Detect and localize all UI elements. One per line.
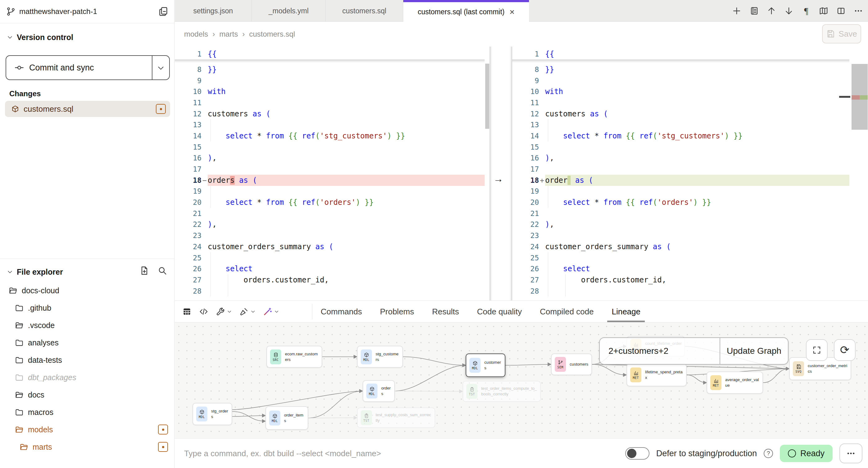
- more-options-icon[interactable]: [853, 6, 864, 16]
- lineage-node-test-order-items-compute-to-bools-correctly[interactable]: TSTtest_order_items_compute_to_bools_cor…: [463, 381, 541, 402]
- panel-tab-problems[interactable]: Problems: [380, 301, 414, 322]
- lineage-node-test-supply-costs-sum-correctly[interactable]: TSTtest_supply_costs_sum_correctly: [357, 407, 435, 428]
- cube-icon: MDL: [469, 358, 480, 373]
- code-line-23: 23: [512, 230, 849, 241]
- new-file-icon[interactable]: [140, 266, 149, 276]
- code-content: [208, 75, 485, 86]
- version-control-header[interactable]: Version control 1: [0, 29, 174, 46]
- clipboard-icon: TST: [466, 384, 477, 399]
- whitespace-pilcrow-icon[interactable]: ¶: [801, 6, 811, 16]
- panel-tab-commands[interactable]: Commands: [321, 301, 362, 322]
- node-label: lifetime_spend_pretax: [645, 369, 684, 380]
- file-tree-item-marts[interactable]: marts: [0, 438, 174, 456]
- split-editor-icon[interactable]: [836, 6, 846, 16]
- lineage-node-stg-orders[interactable]: MDLstg_orders: [192, 403, 232, 425]
- ai-fix-wand-icon[interactable]: [263, 307, 279, 316]
- lineage-node-average-order-value[interactable]: METaverage_order_value: [707, 372, 763, 394]
- file-tree-item-models[interactable]: models: [0, 421, 174, 438]
- panel-tab-lineage[interactable]: Lineage: [612, 301, 641, 322]
- code-line-22: 22),: [512, 219, 849, 230]
- file-tree-item-docs[interactable]: docs: [0, 386, 174, 403]
- panel-toolbar: [182, 301, 279, 322]
- help-icon[interactable]: ?: [764, 449, 773, 458]
- file-tree-item--vscode[interactable]: .vscode: [0, 317, 174, 334]
- lineage-node-ecom-raw-customers[interactable]: SRCecom.raw_customers: [266, 346, 322, 368]
- results-table-icon[interactable]: [182, 307, 191, 316]
- code-content: ),: [545, 153, 849, 164]
- refresh-graph-button[interactable]: ⟳: [834, 339, 856, 361]
- file-tree-item--github[interactable]: .github: [0, 299, 174, 317]
- file-tree-item-analyses[interactable]: analyses: [0, 334, 174, 351]
- tab-customers-sql[interactable]: customers.sql: [326, 0, 403, 22]
- add-tab-icon[interactable]: [732, 6, 742, 16]
- folded-region[interactable]: [512, 60, 849, 64]
- scroll-down-icon[interactable]: [783, 6, 794, 16]
- line-number: 25: [512, 254, 539, 262]
- line-number: 14: [175, 132, 202, 140]
- lineage-node-lifetime-spend-pretax[interactable]: METlifetime_spend_pretax: [626, 364, 687, 386]
- file-name: marts: [33, 442, 52, 451]
- line-number: 16: [175, 154, 202, 162]
- left-scrollbar-thumb[interactable]: [485, 64, 489, 129]
- tab-customers-sql-last-commit-[interactable]: customers.sql (last commit)×: [403, 0, 529, 22]
- minimap-icon[interactable]: [818, 6, 829, 16]
- commit-button-label: Commit and sync: [29, 63, 94, 73]
- file-name: macros: [28, 408, 53, 417]
- close-icon[interactable]: ×: [509, 8, 515, 17]
- file-tree-item-macros[interactable]: macros: [0, 403, 174, 421]
- revert-arrow-icon[interactable]: →: [493, 173, 503, 185]
- folder-closed-icon: [15, 373, 24, 382]
- breadcrumb-item[interactable]: models: [184, 30, 208, 38]
- toolbar-divider: [312, 304, 312, 319]
- compiled-code-icon[interactable]: [199, 307, 208, 316]
- lineage-node-orders[interactable]: MDLorders: [363, 380, 395, 402]
- overview-ruler-addition-mark: [860, 95, 868, 100]
- diff-pane-modified[interactable]: 1{{8}}910with1112customers as (1314 sele…: [512, 46, 849, 301]
- file-tree-item-dbt-packages[interactable]: dbt_packages: [0, 369, 174, 386]
- changed-file-customers-sql[interactable]: customers.sql: [5, 101, 170, 117]
- lineage-node-stg-customers[interactable]: MDLstg_customers: [357, 346, 403, 368]
- save-button[interactable]: Save: [822, 24, 861, 43]
- node-label: stg_customers: [376, 351, 400, 362]
- scroll-up-icon[interactable]: [766, 6, 777, 16]
- folded-region[interactable]: [175, 60, 485, 64]
- diff-pane-original[interactable]: 1{{8}}910with1112customers as (1314 sele…: [175, 46, 485, 301]
- indent-guide: [211, 197, 211, 208]
- lineage-graph[interactable]: 2+customers+2 Update Graph ⟳ SRCecom.raw…: [175, 322, 868, 438]
- commit-and-sync-button[interactable]: Commit and sync: [6, 55, 170, 80]
- file-tree-item-data-tests[interactable]: data-tests: [0, 351, 174, 369]
- breadcrumb-item[interactable]: marts: [219, 30, 238, 38]
- file-name: models: [28, 425, 53, 434]
- lineage-node-customers[interactable]: MDLcustomers: [466, 353, 505, 377]
- lineage-selector-input[interactable]: 2+customers+2: [600, 338, 720, 364]
- save-button-label: Save: [838, 29, 857, 39]
- code-content: }}: [545, 64, 849, 75]
- chart-icon: MET: [710, 375, 721, 390]
- build-tools-icon[interactable]: [216, 307, 232, 316]
- chevron-down-icon[interactable]: [157, 64, 165, 72]
- lineage-node-customers[interactable]: SEMcustomers: [551, 353, 592, 375]
- search-icon[interactable]: [157, 266, 167, 276]
- fullscreen-button[interactable]: [806, 339, 828, 361]
- tab--models-yml[interactable]: _models.yml: [252, 0, 326, 22]
- breadcrumb-row: models›marts›customers.sql Save: [175, 22, 868, 46]
- outline-icon[interactable]: [749, 6, 760, 16]
- file-tree: docs-cloud.github.vscodeanalysesdata-tes…: [0, 282, 174, 456]
- fullscreen-icon: [812, 345, 822, 355]
- defer-toggle[interactable]: [625, 447, 649, 460]
- update-graph-button[interactable]: Update Graph: [720, 338, 788, 364]
- tab-settings-json[interactable]: settings.json: [175, 0, 252, 22]
- panel-tab-compiled-code[interactable]: Compiled code: [540, 301, 594, 322]
- command-input[interactable]: Type a command, ex. dbt build --select <…: [184, 438, 381, 468]
- format-icon[interactable]: [239, 307, 255, 316]
- code-content: [545, 186, 849, 197]
- breadcrumb-item[interactable]: customers.sql: [249, 30, 295, 38]
- lineage-node-order-items[interactable]: MDLorder_items: [266, 406, 308, 430]
- file-name: dbt_packages: [28, 373, 76, 382]
- more-actions-button[interactable]: [839, 443, 862, 463]
- code-content: [545, 285, 849, 297]
- copy-icon[interactable]: [158, 6, 168, 17]
- panel-tab-results[interactable]: Results: [432, 301, 459, 322]
- panel-tab-code-quality[interactable]: Code quality: [477, 301, 522, 322]
- file-tree-item-docs-cloud[interactable]: docs-cloud: [0, 282, 174, 299]
